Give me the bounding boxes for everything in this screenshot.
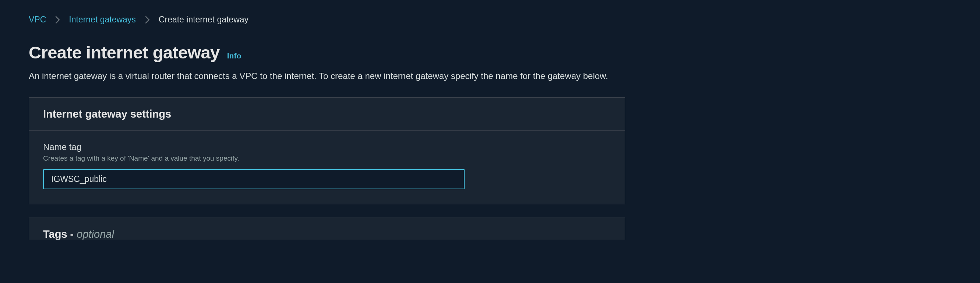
breadcrumb-link-vpc[interactable]: VPC	[29, 15, 46, 25]
name-tag-label: Name tag	[43, 142, 611, 152]
settings-panel-body: Name tag Creates a tag with a key of 'Na…	[29, 131, 625, 204]
tags-panel: Tags - optional	[29, 218, 625, 240]
breadcrumb-link-internet-gateways[interactable]: Internet gateways	[69, 15, 136, 25]
page-header: Create internet gateway Info	[29, 42, 951, 62]
settings-panel-header: Internet gateway settings	[29, 98, 625, 131]
tags-title-main: Tags -	[43, 228, 76, 240]
breadcrumb-current: Create internet gateway	[159, 15, 248, 25]
info-link[interactable]: Info	[227, 51, 241, 60]
name-tag-input[interactable]	[43, 169, 465, 189]
breadcrumb: VPC Internet gateways Create internet ga…	[29, 15, 951, 25]
page-title: Create internet gateway	[29, 42, 220, 62]
chevron-right-icon	[55, 16, 60, 24]
chevron-right-icon	[145, 16, 150, 24]
tags-title-optional: optional	[76, 228, 114, 240]
settings-panel: Internet gateway settings Name tag Creat…	[29, 97, 625, 204]
name-tag-help: Creates a tag with a key of 'Name' and a…	[43, 154, 611, 163]
tags-panel-title: Tags - optional	[43, 228, 611, 240]
page-description: An internet gateway is a virtual router …	[29, 69, 629, 83]
settings-panel-title: Internet gateway settings	[43, 108, 611, 120]
